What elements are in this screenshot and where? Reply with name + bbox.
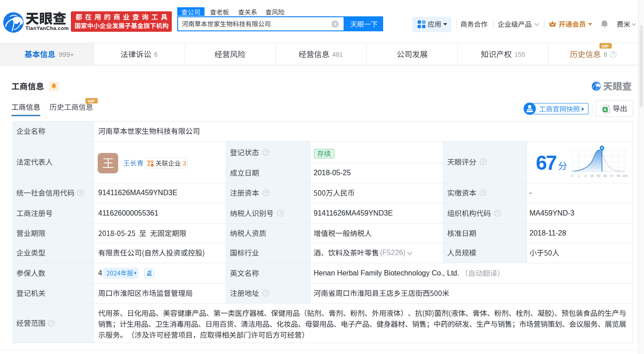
svg-text:?: ? <box>265 150 267 155</box>
svg-text:100: 100 <box>622 174 628 177</box>
svg-text:85: 85 <box>604 174 607 177</box>
svg-text:?: ? <box>279 211 282 216</box>
svg-text:50: 50 <box>597 174 600 177</box>
svg-text:?: ? <box>50 320 53 325</box>
svg-text:1: 1 <box>578 174 580 177</box>
svg-text:?: ? <box>482 190 484 195</box>
svg-text:?: ? <box>612 52 614 57</box>
svg-text:?: ? <box>79 190 82 195</box>
svg-text:15: 15 <box>590 174 594 177</box>
svg-text:0: 0 <box>571 174 573 177</box>
svg-text:?: ? <box>482 159 484 164</box>
svg-text:3: 3 <box>584 174 586 177</box>
svg-text:99: 99 <box>617 174 620 177</box>
svg-text:?: ? <box>265 190 267 195</box>
svg-text:?: ? <box>496 211 499 216</box>
svg-text:97: 97 <box>610 174 614 177</box>
svg-text:?: ? <box>265 290 267 295</box>
